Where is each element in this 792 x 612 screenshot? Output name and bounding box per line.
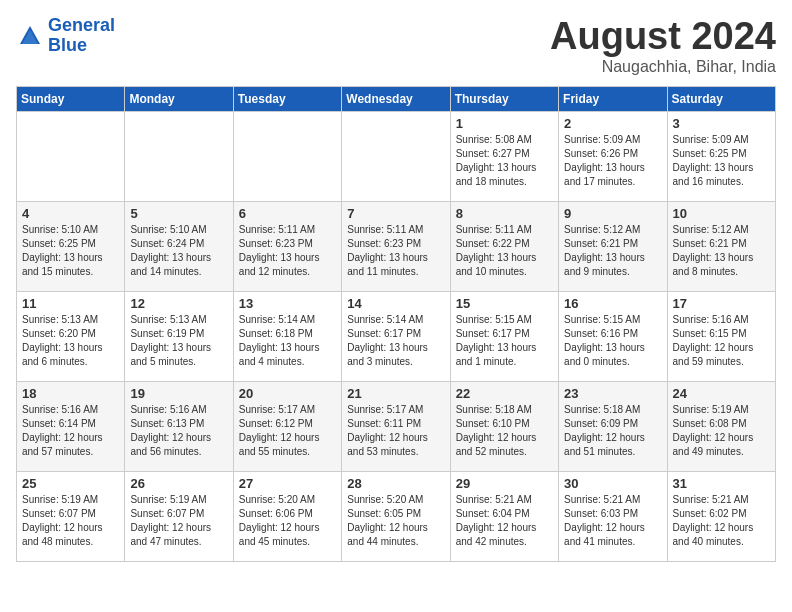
title-area: August 2024 Naugachhia, Bihar, India xyxy=(550,16,776,76)
day-info: Sunrise: 5:18 AM Sunset: 6:10 PM Dayligh… xyxy=(456,403,553,459)
day-info: Sunrise: 5:11 AM Sunset: 6:23 PM Dayligh… xyxy=(239,223,336,279)
calendar-cell: 9Sunrise: 5:12 AM Sunset: 6:21 PM Daylig… xyxy=(559,201,667,291)
day-info: Sunrise: 5:16 AM Sunset: 6:15 PM Dayligh… xyxy=(673,313,770,369)
calendar-cell: 28Sunrise: 5:20 AM Sunset: 6:05 PM Dayli… xyxy=(342,471,450,561)
logo-line1: General xyxy=(48,15,115,35)
day-info: Sunrise: 5:11 AM Sunset: 6:23 PM Dayligh… xyxy=(347,223,444,279)
calendar-cell xyxy=(233,111,341,201)
calendar-cell: 22Sunrise: 5:18 AM Sunset: 6:10 PM Dayli… xyxy=(450,381,558,471)
day-info: Sunrise: 5:11 AM Sunset: 6:22 PM Dayligh… xyxy=(456,223,553,279)
day-number: 12 xyxy=(130,296,227,311)
logo: General Blue xyxy=(16,16,115,56)
day-info: Sunrise: 5:12 AM Sunset: 6:21 PM Dayligh… xyxy=(673,223,770,279)
day-header-monday: Monday xyxy=(125,86,233,111)
day-number: 25 xyxy=(22,476,119,491)
day-info: Sunrise: 5:20 AM Sunset: 6:06 PM Dayligh… xyxy=(239,493,336,549)
calendar-cell xyxy=(17,111,125,201)
calendar-cell: 20Sunrise: 5:17 AM Sunset: 6:12 PM Dayli… xyxy=(233,381,341,471)
day-number: 8 xyxy=(456,206,553,221)
day-info: Sunrise: 5:21 AM Sunset: 6:02 PM Dayligh… xyxy=(673,493,770,549)
day-number: 5 xyxy=(130,206,227,221)
calendar-cell: 12Sunrise: 5:13 AM Sunset: 6:19 PM Dayli… xyxy=(125,291,233,381)
day-number: 11 xyxy=(22,296,119,311)
day-info: Sunrise: 5:13 AM Sunset: 6:19 PM Dayligh… xyxy=(130,313,227,369)
calendar-cell: 8Sunrise: 5:11 AM Sunset: 6:22 PM Daylig… xyxy=(450,201,558,291)
calendar-cell: 21Sunrise: 5:17 AM Sunset: 6:11 PM Dayli… xyxy=(342,381,450,471)
day-info: Sunrise: 5:21 AM Sunset: 6:03 PM Dayligh… xyxy=(564,493,661,549)
calendar-cell: 3Sunrise: 5:09 AM Sunset: 6:25 PM Daylig… xyxy=(667,111,775,201)
day-info: Sunrise: 5:12 AM Sunset: 6:21 PM Dayligh… xyxy=(564,223,661,279)
day-header-saturday: Saturday xyxy=(667,86,775,111)
calendar-cell: 26Sunrise: 5:19 AM Sunset: 6:07 PM Dayli… xyxy=(125,471,233,561)
day-number: 18 xyxy=(22,386,119,401)
calendar-cell: 25Sunrise: 5:19 AM Sunset: 6:07 PM Dayli… xyxy=(17,471,125,561)
day-number: 14 xyxy=(347,296,444,311)
day-number: 24 xyxy=(673,386,770,401)
calendar-cell: 29Sunrise: 5:21 AM Sunset: 6:04 PM Dayli… xyxy=(450,471,558,561)
calendar-cell xyxy=(342,111,450,201)
logo-text: General Blue xyxy=(48,16,115,56)
day-number: 4 xyxy=(22,206,119,221)
day-info: Sunrise: 5:13 AM Sunset: 6:20 PM Dayligh… xyxy=(22,313,119,369)
calendar-cell: 11Sunrise: 5:13 AM Sunset: 6:20 PM Dayli… xyxy=(17,291,125,381)
day-number: 23 xyxy=(564,386,661,401)
day-info: Sunrise: 5:19 AM Sunset: 6:07 PM Dayligh… xyxy=(130,493,227,549)
day-number: 13 xyxy=(239,296,336,311)
day-number: 3 xyxy=(673,116,770,131)
month-title: August 2024 xyxy=(550,16,776,58)
day-number: 15 xyxy=(456,296,553,311)
day-number: 22 xyxy=(456,386,553,401)
day-number: 2 xyxy=(564,116,661,131)
day-info: Sunrise: 5:09 AM Sunset: 6:26 PM Dayligh… xyxy=(564,133,661,189)
calendar-week-row: 4Sunrise: 5:10 AM Sunset: 6:25 PM Daylig… xyxy=(17,201,776,291)
day-number: 30 xyxy=(564,476,661,491)
day-info: Sunrise: 5:16 AM Sunset: 6:13 PM Dayligh… xyxy=(130,403,227,459)
calendar-header-row: SundayMondayTuesdayWednesdayThursdayFrid… xyxy=(17,86,776,111)
calendar-week-row: 11Sunrise: 5:13 AM Sunset: 6:20 PM Dayli… xyxy=(17,291,776,381)
calendar-cell: 16Sunrise: 5:15 AM Sunset: 6:16 PM Dayli… xyxy=(559,291,667,381)
day-info: Sunrise: 5:19 AM Sunset: 6:07 PM Dayligh… xyxy=(22,493,119,549)
day-info: Sunrise: 5:20 AM Sunset: 6:05 PM Dayligh… xyxy=(347,493,444,549)
calendar-week-row: 1Sunrise: 5:08 AM Sunset: 6:27 PM Daylig… xyxy=(17,111,776,201)
day-number: 21 xyxy=(347,386,444,401)
day-header-wednesday: Wednesday xyxy=(342,86,450,111)
day-header-tuesday: Tuesday xyxy=(233,86,341,111)
day-info: Sunrise: 5:19 AM Sunset: 6:08 PM Dayligh… xyxy=(673,403,770,459)
day-info: Sunrise: 5:16 AM Sunset: 6:14 PM Dayligh… xyxy=(22,403,119,459)
day-header-sunday: Sunday xyxy=(17,86,125,111)
calendar-week-row: 25Sunrise: 5:19 AM Sunset: 6:07 PM Dayli… xyxy=(17,471,776,561)
day-number: 16 xyxy=(564,296,661,311)
day-info: Sunrise: 5:10 AM Sunset: 6:24 PM Dayligh… xyxy=(130,223,227,279)
calendar-week-row: 18Sunrise: 5:16 AM Sunset: 6:14 PM Dayli… xyxy=(17,381,776,471)
page-header: General Blue August 2024 Naugachhia, Bih… xyxy=(16,16,776,76)
day-number: 29 xyxy=(456,476,553,491)
calendar-cell: 19Sunrise: 5:16 AM Sunset: 6:13 PM Dayli… xyxy=(125,381,233,471)
day-info: Sunrise: 5:17 AM Sunset: 6:11 PM Dayligh… xyxy=(347,403,444,459)
calendar-cell: 4Sunrise: 5:10 AM Sunset: 6:25 PM Daylig… xyxy=(17,201,125,291)
day-info: Sunrise: 5:17 AM Sunset: 6:12 PM Dayligh… xyxy=(239,403,336,459)
day-number: 20 xyxy=(239,386,336,401)
calendar-cell: 1Sunrise: 5:08 AM Sunset: 6:27 PM Daylig… xyxy=(450,111,558,201)
calendar-cell: 5Sunrise: 5:10 AM Sunset: 6:24 PM Daylig… xyxy=(125,201,233,291)
location: Naugachhia, Bihar, India xyxy=(550,58,776,76)
day-info: Sunrise: 5:09 AM Sunset: 6:25 PM Dayligh… xyxy=(673,133,770,189)
day-info: Sunrise: 5:21 AM Sunset: 6:04 PM Dayligh… xyxy=(456,493,553,549)
day-number: 9 xyxy=(564,206,661,221)
calendar-cell: 17Sunrise: 5:16 AM Sunset: 6:15 PM Dayli… xyxy=(667,291,775,381)
day-info: Sunrise: 5:15 AM Sunset: 6:17 PM Dayligh… xyxy=(456,313,553,369)
calendar-cell: 30Sunrise: 5:21 AM Sunset: 6:03 PM Dayli… xyxy=(559,471,667,561)
calendar-cell xyxy=(125,111,233,201)
day-info: Sunrise: 5:10 AM Sunset: 6:25 PM Dayligh… xyxy=(22,223,119,279)
calendar-cell: 23Sunrise: 5:18 AM Sunset: 6:09 PM Dayli… xyxy=(559,381,667,471)
day-number: 1 xyxy=(456,116,553,131)
day-number: 17 xyxy=(673,296,770,311)
calendar-cell: 14Sunrise: 5:14 AM Sunset: 6:17 PM Dayli… xyxy=(342,291,450,381)
day-header-thursday: Thursday xyxy=(450,86,558,111)
calendar-cell: 13Sunrise: 5:14 AM Sunset: 6:18 PM Dayli… xyxy=(233,291,341,381)
day-number: 10 xyxy=(673,206,770,221)
calendar-cell: 10Sunrise: 5:12 AM Sunset: 6:21 PM Dayli… xyxy=(667,201,775,291)
day-info: Sunrise: 5:18 AM Sunset: 6:09 PM Dayligh… xyxy=(564,403,661,459)
day-info: Sunrise: 5:14 AM Sunset: 6:17 PM Dayligh… xyxy=(347,313,444,369)
day-number: 26 xyxy=(130,476,227,491)
calendar-cell: 18Sunrise: 5:16 AM Sunset: 6:14 PM Dayli… xyxy=(17,381,125,471)
